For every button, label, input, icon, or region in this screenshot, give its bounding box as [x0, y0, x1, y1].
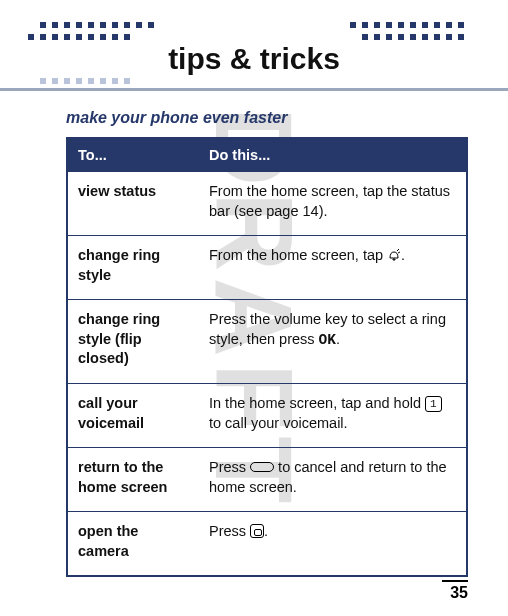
- svg-rect-9: [148, 22, 154, 28]
- svg-rect-22: [386, 22, 392, 28]
- svg-rect-39: [52, 78, 58, 84]
- camera-key-icon: [250, 524, 264, 538]
- row-to: open the camera: [67, 512, 199, 577]
- page-number: 35: [442, 580, 468, 602]
- svg-rect-37: [458, 34, 464, 40]
- row-do: In the home screen, tap and hold 1 to ca…: [199, 383, 467, 447]
- svg-rect-31: [386, 34, 392, 40]
- svg-rect-33: [410, 34, 416, 40]
- svg-rect-5: [100, 22, 106, 28]
- svg-rect-3: [76, 22, 82, 28]
- svg-rect-27: [446, 22, 452, 28]
- table-header-row: To... Do this...: [67, 138, 467, 172]
- svg-rect-13: [64, 34, 70, 40]
- svg-rect-35: [434, 34, 440, 40]
- svg-rect-20: [362, 22, 368, 28]
- row-text: In the home screen, tap and hold: [209, 395, 425, 411]
- svg-rect-40: [64, 78, 70, 84]
- svg-rect-43: [100, 78, 106, 84]
- svg-rect-1: [52, 22, 58, 28]
- svg-rect-26: [434, 22, 440, 28]
- svg-rect-29: [362, 34, 368, 40]
- svg-rect-19: [350, 22, 356, 28]
- svg-rect-6: [112, 22, 118, 28]
- table-row: open the camera Press .: [67, 512, 467, 577]
- table-row: call your voicemail In the home screen, …: [67, 383, 467, 447]
- svg-rect-32: [398, 34, 404, 40]
- svg-rect-28: [458, 22, 464, 28]
- row-do: Press the volume key to select a ring st…: [199, 300, 467, 384]
- ring-style-icon: [387, 248, 401, 268]
- header-divider: [0, 88, 508, 91]
- table-row: return to the home screen Press to cance…: [67, 448, 467, 512]
- row-do: From the home screen, tap the status bar…: [199, 172, 467, 236]
- row-to: return to the home screen: [67, 448, 199, 512]
- table-row: change ring style (flip closed) Press th…: [67, 300, 467, 384]
- svg-rect-0: [40, 22, 46, 28]
- row-text: Press: [209, 459, 250, 475]
- row-text: From the home screen, tap: [209, 247, 387, 263]
- svg-rect-24: [410, 22, 416, 28]
- svg-rect-4: [88, 22, 94, 28]
- svg-rect-7: [124, 22, 130, 28]
- svg-rect-14: [76, 34, 82, 40]
- row-do: From the home screen, tap .: [199, 236, 467, 300]
- svg-rect-17: [112, 34, 118, 40]
- end-key-icon: [250, 462, 274, 472]
- svg-rect-34: [422, 34, 428, 40]
- svg-rect-44: [112, 78, 118, 84]
- svg-rect-11: [40, 34, 46, 40]
- svg-rect-18: [124, 34, 130, 40]
- svg-rect-21: [374, 22, 380, 28]
- svg-rect-16: [100, 34, 106, 40]
- row-text: From the home screen, tap the status bar…: [209, 183, 450, 219]
- row-do: Press to cancel and return to the home s…: [199, 448, 467, 512]
- row-text: to call your voicemail.: [209, 415, 348, 431]
- one-key-icon: 1: [425, 396, 442, 412]
- svg-rect-15: [88, 34, 94, 40]
- svg-rect-10: [28, 34, 34, 40]
- tips-table: To... Do this... view status From the ho…: [66, 137, 468, 577]
- svg-rect-30: [374, 34, 380, 40]
- svg-rect-45: [124, 78, 130, 84]
- page-content: make your phone even faster To... Do thi…: [0, 95, 508, 577]
- row-text: Press: [209, 523, 250, 539]
- subheading: make your phone even faster: [66, 109, 468, 127]
- row-to: change ring style (flip closed): [67, 300, 199, 384]
- svg-rect-8: [136, 22, 142, 28]
- row-text: .: [401, 247, 405, 263]
- table-header-do-this: Do this...: [199, 138, 467, 172]
- row-text: .: [264, 523, 268, 539]
- table-row: change ring style From the home screen, …: [67, 236, 467, 300]
- page-header: tips & tricks: [0, 0, 508, 95]
- ok-key-label: OK: [319, 332, 336, 348]
- row-to: change ring style: [67, 236, 199, 300]
- row-text: .: [336, 331, 340, 347]
- svg-rect-12: [52, 34, 58, 40]
- table-header-to: To...: [67, 138, 199, 172]
- svg-rect-36: [446, 34, 452, 40]
- page-title: tips & tricks: [154, 42, 354, 76]
- row-to: call your voicemail: [67, 383, 199, 447]
- svg-rect-41: [76, 78, 82, 84]
- svg-rect-42: [88, 78, 94, 84]
- row-do: Press .: [199, 512, 467, 577]
- svg-rect-25: [422, 22, 428, 28]
- row-to: view status: [67, 172, 199, 236]
- svg-rect-23: [398, 22, 404, 28]
- table-row: view status From the home screen, tap th…: [67, 172, 467, 236]
- svg-rect-38: [40, 78, 46, 84]
- svg-rect-2: [64, 22, 70, 28]
